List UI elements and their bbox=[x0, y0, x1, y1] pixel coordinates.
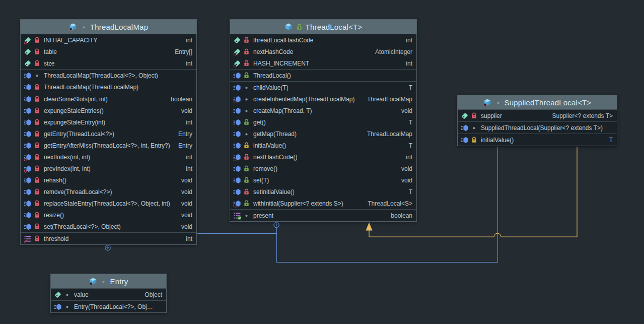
member-type: Entry bbox=[171, 142, 192, 149]
package-private-dot-icon bbox=[64, 291, 70, 298]
member-type: boolean bbox=[384, 212, 412, 219]
extends-arrowhead-icon bbox=[366, 222, 373, 231]
class-box-threadlocal-t[interactable]: ThreadLocal<T> threadLocalHashCode int n… bbox=[230, 19, 417, 222]
member-row[interactable]: replaceStaleEntry(ThreadLocal<?>, Object… bbox=[21, 198, 196, 209]
package-private-dot-icon bbox=[64, 303, 70, 310]
member-row[interactable]: childValue(T) T bbox=[230, 82, 416, 93]
member-row[interactable]: rehash() void bbox=[21, 174, 196, 186]
member-name: HASH_INCREMENT bbox=[253, 60, 309, 67]
member-row[interactable]: ThreadLocal() bbox=[230, 70, 416, 81]
member-row[interactable]: cleanSomeSlots(int, int) boolean bbox=[21, 93, 196, 105]
member-name: nextIndex(int, int) bbox=[44, 154, 90, 161]
package-private-dot-icon bbox=[34, 72, 40, 79]
field-icon bbox=[54, 291, 62, 299]
member-row[interactable]: value Object bbox=[51, 289, 166, 300]
member-row[interactable]: present boolean bbox=[230, 210, 416, 221]
member-row[interactable]: HASH_INCREMENT int bbox=[230, 57, 416, 69]
method-icon bbox=[233, 188, 241, 196]
member-type: int bbox=[179, 60, 192, 67]
class-header[interactable]: ThreadLocalMap bbox=[21, 20, 196, 34]
member-name: childValue(T) bbox=[253, 84, 289, 91]
method-icon bbox=[24, 176, 32, 184]
member-row[interactable]: set(T) void bbox=[230, 174, 416, 186]
member-row[interactable]: set(ThreadLocal<?>, Object) void bbox=[21, 221, 196, 232]
section-fields: threadLocalHashCode int nextHashCode Ato… bbox=[230, 34, 416, 69]
member-row[interactable]: Entry(ThreadLocal<?>, Object) bbox=[51, 301, 166, 312]
member-type: int bbox=[179, 119, 192, 126]
member-row[interactable]: SuppliedThreadLocal(Supplier<? extends T… bbox=[458, 122, 617, 134]
class-header[interactable]: ThreadLocal<T> bbox=[230, 20, 416, 34]
method-icon bbox=[233, 130, 241, 138]
member-row[interactable]: remove(ThreadLocal<?>) void bbox=[21, 186, 196, 198]
member-name: ThreadLocalMap(ThreadLocalMap) bbox=[44, 84, 138, 91]
member-row[interactable]: setInitialValue() T bbox=[230, 186, 416, 198]
member-row[interactable]: expungeStaleEntries() void bbox=[21, 105, 196, 116]
member-row[interactable]: supplier Supplier<? extends T> bbox=[458, 110, 617, 121]
method-icon bbox=[24, 188, 32, 196]
member-name: value bbox=[74, 291, 89, 298]
member-row[interactable]: table Entry[] bbox=[21, 46, 196, 57]
member-name: ThreadLocal() bbox=[253, 72, 291, 79]
member-name: expungeStaleEntries() bbox=[44, 107, 104, 114]
package-private-dot-icon bbox=[243, 96, 250, 102]
member-type: T bbox=[402, 84, 412, 91]
member-name: present bbox=[253, 212, 273, 219]
private-lock-icon bbox=[243, 37, 250, 43]
member-row[interactable]: ThreadLocalMap(ThreadLocal<?>, Object) bbox=[21, 70, 196, 81]
member-row[interactable]: withInitial(Supplier<? extends S>) Threa… bbox=[230, 198, 416, 209]
public-lock-icon bbox=[243, 177, 250, 183]
member-row[interactable]: threadLocalHashCode int bbox=[230, 34, 416, 46]
member-row[interactable]: getEntryAfterMiss(ThreadLocal<?>, int, E… bbox=[21, 140, 196, 151]
member-row[interactable]: expungeStaleEntry(int) int bbox=[21, 116, 196, 128]
member-type: ThreadLocalMap bbox=[360, 131, 412, 138]
member-row[interactable]: createMap(Thread, T) void bbox=[230, 105, 416, 116]
class-box-suppliedthreadlocal-t[interactable]: SuppliedThreadLocal<T> supplier Supplier… bbox=[457, 95, 617, 146]
member-row[interactable]: INITIAL_CAPACITY int bbox=[21, 34, 196, 46]
member-row[interactable]: createInheritedMap(ThreadLocalMap) Threa… bbox=[230, 93, 416, 105]
edge-threadlocalmap-nested-in-threadlocal[interactable] bbox=[196, 228, 276, 233]
class-title: ThreadLocal<T> bbox=[306, 23, 363, 31]
section-methods: cleanSomeSlots(int, int) boolean expunge… bbox=[21, 93, 196, 232]
member-row[interactable]: size int bbox=[21, 57, 196, 69]
member-name: INITIAL_CAPACITY bbox=[44, 37, 97, 44]
section-constructors: Entry(ThreadLocal<?>, Object) bbox=[51, 300, 166, 312]
member-name: SuppliedThreadLocal(Supplier<? extends T… bbox=[481, 124, 603, 132]
member-row[interactable]: getEntry(ThreadLocal<?>) Entry bbox=[21, 128, 196, 140]
member-row[interactable]: nextIndex(int, int) int bbox=[21, 151, 196, 163]
member-type: Entry[] bbox=[168, 48, 192, 55]
private-lock-icon bbox=[34, 235, 40, 242]
public-lock-icon bbox=[296, 24, 303, 30]
field-icon bbox=[24, 48, 32, 56]
method-icon bbox=[233, 84, 241, 92]
private-lock-icon bbox=[34, 84, 40, 90]
class-title: Entry bbox=[110, 277, 128, 286]
private-lock-icon bbox=[243, 48, 250, 55]
member-name: prevIndex(int, int) bbox=[44, 165, 91, 172]
member-row[interactable]: ThreadLocalMap(ThreadLocalMap) bbox=[21, 81, 196, 93]
member-row[interactable]: nextHashCode AtomicInteger bbox=[230, 46, 416, 57]
method-icon bbox=[54, 303, 62, 311]
member-name: withInitial(Supplier<? extends S>) bbox=[253, 200, 343, 207]
member-type: int bbox=[399, 37, 412, 44]
member-name: remove(ThreadLocal<?>) bbox=[44, 188, 112, 196]
member-row[interactable]: initialValue() T bbox=[458, 134, 617, 146]
member-type: int bbox=[179, 165, 192, 172]
method-icon bbox=[24, 200, 32, 208]
member-row[interactable]: nextHashCode() int bbox=[230, 151, 416, 163]
private-lock-icon bbox=[34, 60, 40, 67]
member-row[interactable]: resize() void bbox=[21, 209, 196, 221]
class-header[interactable]: Entry bbox=[51, 274, 166, 288]
method-icon bbox=[233, 142, 241, 150]
member-row[interactable]: get() T bbox=[230, 116, 416, 128]
class-header[interactable]: SuppliedThreadLocal<T> bbox=[458, 95, 617, 109]
package-private-dot-icon bbox=[100, 278, 107, 285]
member-type: void bbox=[174, 200, 192, 207]
method-icon bbox=[461, 124, 469, 132]
member-row[interactable]: getMap(Thread) ThreadLocalMap bbox=[230, 128, 416, 140]
member-row[interactable]: initialValue() T bbox=[230, 140, 416, 151]
member-row[interactable]: remove() void bbox=[230, 163, 416, 174]
class-box-entry[interactable]: Entry value Object Entry(ThreadLocal<?>,… bbox=[50, 274, 167, 313]
member-row[interactable]: threshold int bbox=[21, 233, 196, 244]
class-box-threadlocalmap[interactable]: ThreadLocalMap INITIAL_CAPACITY int tabl… bbox=[20, 19, 197, 245]
member-row[interactable]: prevIndex(int, int) int bbox=[21, 163, 196, 174]
